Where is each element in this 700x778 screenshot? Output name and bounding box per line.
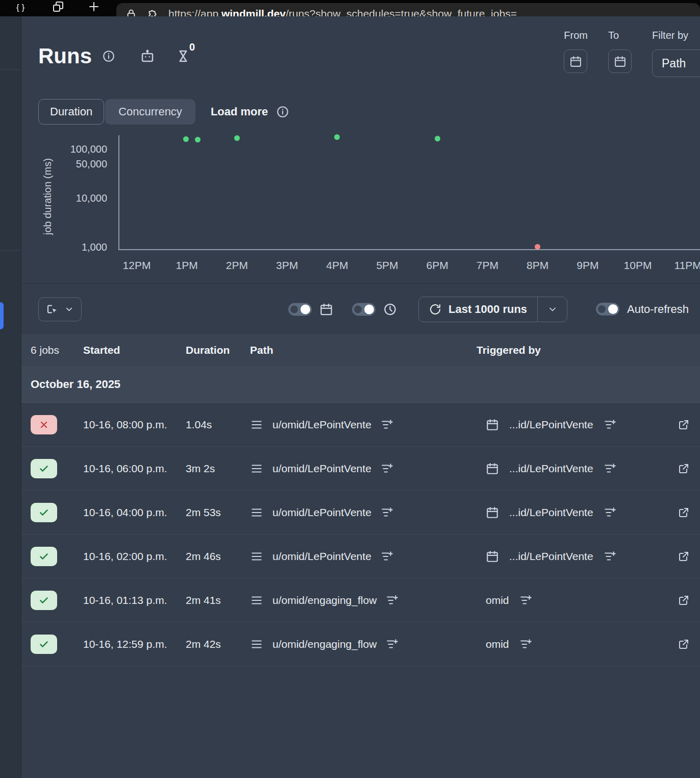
status-success-badge	[31, 459, 57, 478]
status-success-badge	[31, 591, 57, 610]
run-point-failure[interactable]	[535, 244, 540, 250]
open-run-icon[interactable]	[678, 550, 690, 563]
filter-by-path-icon[interactable]	[386, 638, 399, 651]
filter-by-label: Filter by	[652, 30, 700, 41]
tab-overview-icon[interactable]	[52, 1, 64, 13]
filter-by-trigger-icon[interactable]	[604, 506, 617, 519]
from-date-button[interactable]	[564, 50, 587, 73]
job-kind-icon	[250, 638, 263, 651]
filter-by-trigger-icon[interactable]	[519, 594, 533, 607]
hourglass-icon[interactable]: 0	[176, 48, 191, 64]
table-row[interactable]: 10-16, 06:00 p.m.3m 2su/omid/LePointVent…	[21, 447, 700, 491]
job-kind-icon	[250, 594, 263, 607]
run-point-success[interactable]	[195, 137, 201, 142]
filter-by-path-icon[interactable]	[381, 550, 394, 563]
auto-refresh-label: Auto-refresh	[627, 303, 689, 316]
date-filters: From To Filter by Path	[564, 30, 700, 77]
triggered-by[interactable]: omid	[486, 638, 509, 650]
run-path[interactable]: u/omid/LePointVente	[272, 463, 371, 475]
table-row[interactable]: 10-16, 12:59 p.m.2m 42su/omid/engaging_f…	[21, 622, 700, 666]
x-axis-tick: 1PM	[165, 259, 208, 272]
info-icon[interactable]	[276, 105, 289, 118]
triggered-by[interactable]: ...id/LePointVente	[509, 463, 593, 475]
run-path[interactable]: u/omid/LePointVente	[272, 506, 371, 519]
show-schedules-toggle[interactable]	[288, 303, 312, 315]
url-bar[interactable]: https://app.windmill.dev/runs?show_sched…	[116, 3, 700, 16]
date-group-header: October 16, 2025	[21, 366, 700, 403]
sidebar[interactable]	[0, 16, 21, 778]
filter-by-trigger-icon[interactable]	[519, 638, 533, 651]
schedule-calendar-icon	[486, 418, 499, 431]
devtools-icon[interactable]: { }	[15, 1, 28, 13]
robot-icon[interactable]	[140, 48, 155, 64]
table-row[interactable]: 10-16, 08:00 p.m.1.04su/omid/LePointVent…	[21, 403, 700, 447]
run-path[interactable]: u/omid/LePointVente	[272, 550, 371, 563]
filter-by-trigger-icon[interactable]	[604, 418, 617, 431]
run-path[interactable]: u/omid/LePointVente	[272, 419, 371, 431]
table-row[interactable]: 10-16, 02:00 p.m.2m 46su/omid/LePointVen…	[21, 534, 700, 578]
x-axis-tick: 3PM	[266, 259, 309, 272]
run-point-success[interactable]	[234, 135, 240, 141]
queued-count-badge: 0	[189, 41, 195, 53]
y-axis-tick: 100,000	[21, 143, 107, 155]
filter-by-trigger-icon[interactable]	[604, 550, 617, 563]
run-point-success[interactable]	[334, 134, 340, 140]
col-duration: Duration	[186, 344, 250, 356]
run-point-success[interactable]	[183, 136, 189, 142]
triggered-by[interactable]: ...id/LePointVente	[509, 506, 593, 519]
tab-duration[interactable]: Duration	[38, 99, 104, 125]
y-axis-line	[118, 135, 119, 250]
filter-by-path-icon[interactable]	[381, 506, 394, 519]
from-label: From	[564, 30, 588, 41]
x-axis-tick: 6PM	[416, 259, 459, 272]
chevron-down-icon	[547, 304, 558, 314]
triggered-by[interactable]: omid	[486, 594, 509, 606]
open-run-icon[interactable]	[678, 506, 690, 519]
open-run-icon[interactable]	[678, 419, 690, 431]
open-run-icon[interactable]	[678, 463, 690, 475]
run-path[interactable]: u/omid/engaging_flow	[272, 594, 377, 606]
filter-by-path-icon[interactable]	[381, 418, 394, 431]
filter-path-button[interactable]: Path	[652, 50, 700, 77]
calendar-icon	[614, 55, 627, 68]
run-started: 10-16, 04:00 p.m.	[83, 506, 186, 519]
job-kind-icon	[250, 462, 263, 475]
lock-icon	[126, 8, 137, 16]
y-axis-tick: 1,000	[21, 241, 107, 253]
calendar-icon	[569, 55, 582, 68]
filter-by-trigger-icon[interactable]	[604, 462, 617, 475]
load-more-button[interactable]: Load more	[211, 105, 268, 118]
filter-by-path-icon[interactable]	[381, 462, 394, 475]
select-jobs-button[interactable]	[38, 297, 82, 321]
auto-refresh-toggle[interactable]	[596, 303, 619, 315]
new-tab-icon[interactable]	[88, 1, 100, 13]
extension-icon[interactable]	[147, 8, 158, 16]
y-axis-tick: 10,000	[21, 192, 107, 204]
show-future-jobs-toggle[interactable]	[352, 303, 376, 315]
x-axis-tick: 11PM	[666, 259, 700, 272]
refresh-runs-button[interactable]: Last 1000 runs	[419, 297, 537, 322]
calendar-icon	[319, 302, 333, 316]
filter-by-path-icon[interactable]	[386, 594, 399, 607]
schedule-calendar-icon	[486, 462, 499, 475]
run-point-success[interactable]	[435, 136, 440, 141]
triggered-by[interactable]: ...id/LePointVente	[509, 550, 593, 563]
job-kind-icon	[250, 550, 263, 563]
to-date-button[interactable]	[608, 50, 632, 73]
open-run-icon[interactable]	[678, 594, 690, 606]
run-started: 10-16, 12:59 p.m.	[83, 638, 186, 650]
runs-dropdown-button[interactable]	[537, 297, 567, 322]
page-header: Runs 0 From To Filter by Path	[21, 16, 700, 93]
schedule-calendar-icon	[486, 506, 499, 519]
table-header: 6 jobs Started Duration Path Triggered b…	[21, 334, 700, 366]
run-path[interactable]: u/omid/engaging_flow	[272, 638, 377, 650]
duration-scatter-chart[interactable]: job duration (ms) 100,00050,00010,0001,0…	[21, 130, 700, 283]
to-label: To	[608, 30, 632, 41]
table-row[interactable]: 10-16, 01:13 p.m.2m 41su/omid/engaging_f…	[21, 578, 700, 622]
run-duration: 2m 53s	[186, 506, 250, 519]
triggered-by[interactable]: ...id/LePointVente	[509, 419, 593, 431]
info-icon[interactable]	[102, 50, 115, 63]
tab-concurrency[interactable]: Concurrency	[105, 99, 195, 125]
open-run-icon[interactable]	[678, 638, 690, 650]
table-row[interactable]: 10-16, 04:00 p.m.2m 53su/omid/LePointVen…	[21, 491, 700, 534]
